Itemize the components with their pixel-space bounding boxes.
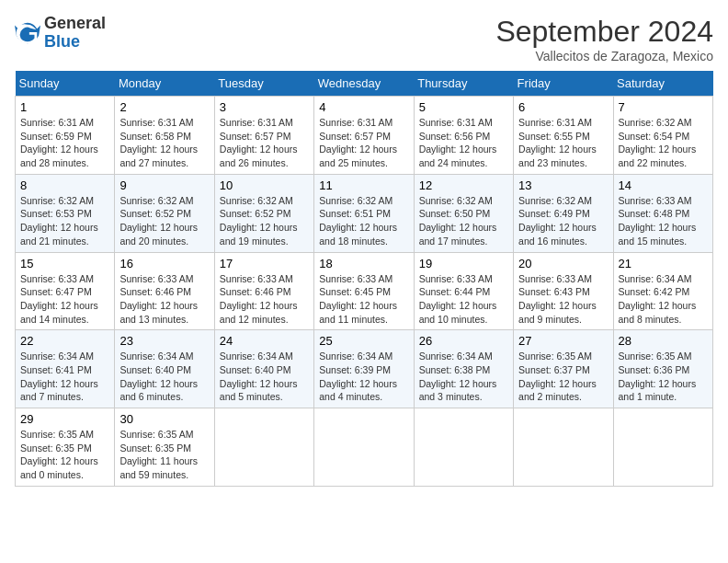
day-number: 22	[20, 334, 109, 348]
calendar-table: SundayMondayTuesdayWednesdayThursdayFrid…	[15, 71, 713, 487]
day-number: 1	[20, 100, 109, 114]
day-info: Sunrise: 6:33 AM Sunset: 6:47 PM Dayligh…	[20, 272, 109, 327]
calendar-cell: 27Sunrise: 6:35 AM Sunset: 6:37 PM Dayli…	[514, 330, 613, 408]
calendar-cell: 23Sunrise: 6:34 AM Sunset: 6:40 PM Dayli…	[115, 330, 214, 408]
day-info: Sunrise: 6:32 AM Sunset: 6:50 PM Dayligh…	[419, 194, 508, 248]
day-header-friday: Friday	[514, 71, 613, 97]
day-number: 5	[419, 100, 508, 114]
calendar-cell	[613, 408, 712, 487]
day-number: 25	[319, 334, 408, 348]
calendar-cell: 19Sunrise: 6:33 AM Sunset: 6:44 PM Dayli…	[414, 252, 513, 330]
calendar-cell: 14Sunrise: 6:33 AM Sunset: 6:48 PM Dayli…	[613, 174, 712, 252]
day-info: Sunrise: 6:31 AM Sunset: 6:59 PM Dayligh…	[20, 116, 109, 170]
day-info: Sunrise: 6:34 AM Sunset: 6:41 PM Dayligh…	[20, 350, 109, 404]
day-number: 2	[119, 100, 209, 114]
calendar-week-row: 15Sunrise: 6:33 AM Sunset: 6:47 PM Dayli…	[16, 252, 713, 330]
day-info: Sunrise: 6:35 AM Sunset: 6:36 PM Dayligh…	[619, 350, 708, 404]
calendar-cell: 5Sunrise: 6:31 AM Sunset: 6:56 PM Daylig…	[414, 97, 513, 175]
logo: General Blue	[15, 15, 106, 52]
calendar-cell: 25Sunrise: 6:34 AM Sunset: 6:39 PM Dayli…	[314, 330, 414, 408]
calendar-cell: 28Sunrise: 6:35 AM Sunset: 6:36 PM Dayli…	[613, 330, 712, 408]
day-number: 12	[419, 178, 508, 192]
calendar-cell: 29Sunrise: 6:35 AM Sunset: 6:35 PM Dayli…	[16, 408, 115, 487]
day-info: Sunrise: 6:33 AM Sunset: 6:43 PM Dayligh…	[518, 272, 608, 327]
day-number: 16	[119, 257, 209, 270]
day-info: Sunrise: 6:35 AM Sunset: 6:35 PM Dayligh…	[20, 428, 109, 482]
calendar-week-row: 8Sunrise: 6:32 AM Sunset: 6:53 PM Daylig…	[16, 174, 713, 252]
day-number: 29	[20, 412, 109, 426]
calendar-cell: 17Sunrise: 6:33 AM Sunset: 6:46 PM Dayli…	[214, 252, 313, 330]
calendar-cell: 22Sunrise: 6:34 AM Sunset: 6:41 PM Dayli…	[16, 330, 115, 408]
day-number: 28	[619, 334, 708, 348]
calendar-cell: 16Sunrise: 6:33 AM Sunset: 6:46 PM Dayli…	[115, 252, 214, 330]
calendar-cell: 4Sunrise: 6:31 AM Sunset: 6:57 PM Daylig…	[314, 97, 414, 175]
day-number: 9	[119, 178, 209, 192]
calendar-cell: 10Sunrise: 6:32 AM Sunset: 6:52 PM Dayli…	[214, 174, 313, 252]
calendar-cell: 3Sunrise: 6:31 AM Sunset: 6:57 PM Daylig…	[214, 97, 313, 175]
calendar-header-row: SundayMondayTuesdayWednesdayThursdayFrid…	[16, 71, 713, 97]
calendar-week-row: 29Sunrise: 6:35 AM Sunset: 6:35 PM Dayli…	[16, 408, 713, 487]
day-number: 14	[619, 178, 708, 192]
day-number: 23	[119, 334, 209, 348]
day-info: Sunrise: 6:34 AM Sunset: 6:38 PM Dayligh…	[419, 350, 508, 404]
location-subtitle: Vallecitos de Zaragoza, Mexico	[495, 49, 713, 63]
day-number: 10	[220, 178, 309, 192]
day-number: 15	[20, 257, 109, 270]
calendar-cell: 6Sunrise: 6:31 AM Sunset: 6:55 PM Daylig…	[514, 97, 613, 175]
day-number: 4	[319, 100, 408, 114]
day-number: 7	[619, 100, 708, 114]
calendar-cell: 18Sunrise: 6:33 AM Sunset: 6:45 PM Dayli…	[314, 252, 414, 330]
day-info: Sunrise: 6:32 AM Sunset: 6:52 PM Dayligh…	[220, 194, 309, 248]
day-info: Sunrise: 6:31 AM Sunset: 6:58 PM Dayligh…	[119, 116, 209, 170]
logo-text: General Blue	[44, 15, 106, 52]
day-info: Sunrise: 6:31 AM Sunset: 6:57 PM Dayligh…	[319, 116, 408, 170]
day-info: Sunrise: 6:32 AM Sunset: 6:51 PM Dayligh…	[319, 194, 408, 248]
calendar-cell: 11Sunrise: 6:32 AM Sunset: 6:51 PM Dayli…	[314, 174, 414, 252]
day-number: 20	[518, 257, 608, 270]
day-info: Sunrise: 6:31 AM Sunset: 6:55 PM Dayligh…	[518, 116, 608, 170]
day-info: Sunrise: 6:34 AM Sunset: 6:40 PM Dayligh…	[220, 350, 309, 404]
calendar-cell	[514, 408, 613, 487]
month-title: September 2024	[495, 15, 713, 49]
day-number: 24	[220, 334, 309, 348]
day-header-wednesday: Wednesday	[314, 71, 414, 97]
day-number: 11	[319, 178, 408, 192]
day-number: 30	[119, 412, 209, 426]
logo-icon	[15, 20, 40, 46]
day-info: Sunrise: 6:33 AM Sunset: 6:45 PM Dayligh…	[319, 272, 408, 327]
day-header-saturday: Saturday	[613, 71, 712, 97]
day-number: 18	[319, 257, 408, 270]
title-block: September 2024 Vallecitos de Zaragoza, M…	[495, 15, 713, 63]
calendar-cell: 26Sunrise: 6:34 AM Sunset: 6:38 PM Dayli…	[414, 330, 513, 408]
day-number: 26	[419, 334, 508, 348]
day-info: Sunrise: 6:33 AM Sunset: 6:48 PM Dayligh…	[619, 194, 708, 248]
calendar-cell: 8Sunrise: 6:32 AM Sunset: 6:53 PM Daylig…	[16, 174, 115, 252]
calendar-cell: 21Sunrise: 6:34 AM Sunset: 6:42 PM Dayli…	[613, 252, 712, 330]
day-number: 8	[20, 178, 109, 192]
day-header-monday: Monday	[115, 71, 214, 97]
page-header: General Blue September 2024 Vallecitos d…	[15, 15, 713, 63]
day-info: Sunrise: 6:31 AM Sunset: 6:56 PM Dayligh…	[419, 116, 508, 170]
day-number: 17	[220, 257, 309, 270]
day-number: 19	[419, 257, 508, 270]
calendar-cell: 13Sunrise: 6:32 AM Sunset: 6:49 PM Dayli…	[514, 174, 613, 252]
day-info: Sunrise: 6:34 AM Sunset: 6:40 PM Dayligh…	[119, 350, 209, 404]
calendar-cell	[314, 408, 414, 487]
day-number: 3	[220, 100, 309, 114]
calendar-cell	[414, 408, 513, 487]
day-number: 21	[619, 257, 708, 270]
day-info: Sunrise: 6:32 AM Sunset: 6:49 PM Dayligh…	[518, 194, 608, 248]
calendar-cell: 9Sunrise: 6:32 AM Sunset: 6:52 PM Daylig…	[115, 174, 214, 252]
day-info: Sunrise: 6:33 AM Sunset: 6:46 PM Dayligh…	[119, 272, 209, 327]
day-header-thursday: Thursday	[414, 71, 513, 97]
calendar-cell: 12Sunrise: 6:32 AM Sunset: 6:50 PM Dayli…	[414, 174, 513, 252]
day-info: Sunrise: 6:32 AM Sunset: 6:53 PM Dayligh…	[20, 194, 109, 248]
day-info: Sunrise: 6:34 AM Sunset: 6:42 PM Dayligh…	[619, 272, 708, 327]
day-info: Sunrise: 6:32 AM Sunset: 6:54 PM Dayligh…	[619, 116, 708, 170]
day-info: Sunrise: 6:33 AM Sunset: 6:44 PM Dayligh…	[419, 272, 508, 327]
day-info: Sunrise: 6:35 AM Sunset: 6:35 PM Dayligh…	[119, 428, 209, 482]
calendar-cell: 15Sunrise: 6:33 AM Sunset: 6:47 PM Dayli…	[16, 252, 115, 330]
calendar-cell: 20Sunrise: 6:33 AM Sunset: 6:43 PM Dayli…	[514, 252, 613, 330]
day-number: 6	[518, 100, 608, 114]
calendar-cell	[214, 408, 313, 487]
